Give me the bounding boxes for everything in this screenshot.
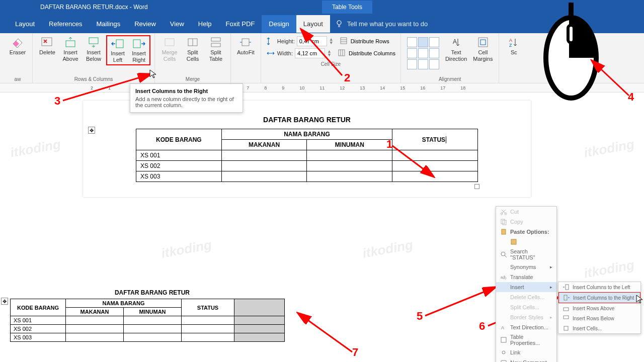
delete-button[interactable]: Delete (37, 35, 58, 57)
sort-button[interactable]: AZ Sc (503, 35, 524, 57)
svg-text:aあ: aあ (501, 275, 507, 280)
cell-margins-icon (475, 36, 491, 48)
autofit-icon (237, 36, 254, 48)
svg-rect-4 (116, 40, 123, 48)
context-tab-label: Table Tools (322, 1, 372, 14)
split-cells-button[interactable]: Split Cells (182, 35, 203, 63)
insert-above-icon (62, 36, 78, 48)
svg-rect-10 (211, 43, 220, 47)
table-row[interactable]: XS 001 (136, 150, 222, 161)
svg-rect-33 (501, 337, 506, 342)
svg-text:Z: Z (509, 43, 512, 48)
insert-above-button[interactable]: Insert Above (60, 35, 81, 63)
tab-help[interactable]: Help (191, 15, 219, 33)
sub-rows-below[interactable]: Insert Rows Below (558, 313, 640, 323)
second-title: DAFTAR BARANG RETUR (10, 289, 294, 296)
ctx-synonyms[interactable]: Synonyms▸ (496, 262, 556, 272)
sub-cols-right[interactable]: Insert Columns to the Right (558, 292, 640, 303)
context-menu[interactable]: Cut Copy Paste Options: Search "STATUS" … (496, 206, 557, 362)
svg-rect-35 (566, 285, 569, 290)
tab-foxit-pdf[interactable]: Foxit PDF (219, 15, 262, 33)
tab-table-layout[interactable]: Layout (296, 15, 330, 33)
width-input[interactable] (295, 48, 325, 58)
cell-margins-button[interactable]: Cell Margins (471, 35, 495, 63)
ctx-translate[interactable]: aあTranslate (496, 272, 556, 282)
new-column-header[interactable] (234, 299, 285, 316)
svg-line-49 (299, 314, 352, 352)
mouse-graphic (541, 3, 601, 101)
ctx-paste-keep-source[interactable] (496, 237, 556, 247)
tab-table-design[interactable]: Design (262, 15, 296, 33)
annotation-4: 4 (628, 90, 634, 104)
alignment-grid[interactable] (405, 35, 441, 71)
distribute-rows-button[interactable]: Distribute Rows (340, 37, 389, 46)
svg-point-29 (501, 252, 505, 256)
header-minuman[interactable]: MINUMAN (307, 140, 392, 150)
lightbulb-icon (335, 20, 343, 28)
paste-option-icon (510, 238, 517, 245)
insert-below-button[interactable]: Insert Below (83, 35, 104, 63)
main-table[interactable]: KODE BARANG NAMA BARANG STATUS MAKANAN M… (136, 129, 478, 182)
split-table-button[interactable]: Split Table (205, 35, 226, 63)
svg-rect-12 (341, 38, 347, 44)
table-move-handle[interactable]: ✥ (88, 127, 95, 134)
ctx-search[interactable]: Search "STATUS" (496, 247, 556, 262)
ctx-border-styles[interactable]: Border Styles▸ (496, 312, 556, 322)
svg-text:A: A (501, 325, 504, 330)
svg-rect-38 (564, 316, 569, 319)
tab-references[interactable]: References (42, 15, 89, 33)
title-app: Word (133, 4, 147, 11)
svg-text:A: A (453, 38, 457, 45)
sub-insert-cells[interactable]: Insert Cells... (558, 323, 640, 333)
ctx-delete-cells[interactable]: Delete Cells... (496, 292, 556, 302)
second-table[interactable]: KODE BARANG NAMA BARANG STATUS MAKANAN M… (10, 299, 285, 342)
table-row[interactable]: XS 003 (136, 171, 222, 182)
result-table-section: DAFTAR BARANG RETUR ✥ KODE BARANG NAMA B… (10, 289, 294, 342)
title-sep: - (128, 4, 133, 11)
insert-left-button[interactable]: Insert Left (107, 36, 128, 64)
svg-rect-3 (89, 38, 98, 44)
cursor-icon-2 (636, 295, 644, 305)
height-input[interactable] (297, 36, 327, 46)
distribute-columns-button[interactable]: Distribute Columns (338, 49, 395, 58)
svg-rect-28 (511, 239, 516, 244)
svg-rect-20 (480, 40, 486, 45)
text-direction-button[interactable]: A Text Direction (443, 35, 469, 63)
header-kode[interactable]: KODE BARANG (136, 129, 222, 150)
ctx-split-cells[interactable]: Split Cells... (496, 302, 556, 312)
svg-rect-11 (242, 39, 249, 46)
sort-icon: AZ (506, 36, 522, 48)
autofit-button[interactable]: AutoFit (235, 35, 257, 57)
tell-me-input[interactable]: Tell me what you want to do (347, 20, 428, 28)
tab-review[interactable]: Review (127, 15, 163, 33)
ctx-new-comment[interactable]: New Comment (496, 357, 556, 362)
insert-right-button[interactable]: Insert Right (128, 36, 149, 64)
svg-rect-9 (211, 38, 220, 41)
eraser-button[interactable]: Eraser (7, 35, 28, 57)
header-nama[interactable]: NAMA BARANG (221, 129, 392, 140)
cols-right-icon (563, 294, 570, 301)
second-table-move-handle[interactable]: ✥ (1, 298, 8, 305)
tooltip-insert-columns-right: Insert Columns to the Right Add a new co… (130, 83, 243, 113)
svg-line-30 (505, 255, 507, 257)
insert-right-icon (131, 37, 147, 49)
ctx-link[interactable]: Link (496, 347, 556, 357)
ctx-text-direction[interactable]: AText Direction... (496, 322, 556, 332)
insert-submenu[interactable]: Insert Columns to the Left Insert Column… (558, 282, 641, 334)
header-status[interactable]: STATUS (392, 129, 478, 150)
header-makanan[interactable]: MAKANAN (221, 140, 307, 150)
sub-rows-above[interactable]: Insert Rows Above (558, 303, 640, 313)
sub-cols-left[interactable]: Insert Columns to the Left (558, 282, 640, 292)
ctx-table-properties[interactable]: Table Properties... (496, 332, 556, 347)
ctx-insert[interactable]: Insert▸ (496, 282, 556, 292)
rows-above-icon (562, 305, 570, 312)
tab-layout[interactable]: Layout (8, 15, 42, 33)
height-label: Height: (277, 38, 295, 44)
svg-rect-5 (133, 40, 140, 48)
tab-mailings[interactable]: Mailings (90, 15, 128, 33)
tab-view[interactable]: View (163, 15, 191, 33)
cols-left-icon (562, 284, 570, 291)
table-row[interactable]: XS 002 (136, 161, 222, 171)
table-resize-handle[interactable] (474, 184, 479, 189)
document-page[interactable]: DAFTAR BARANG RETUR ✥ KODE BARANG NAMA B… (83, 101, 531, 197)
